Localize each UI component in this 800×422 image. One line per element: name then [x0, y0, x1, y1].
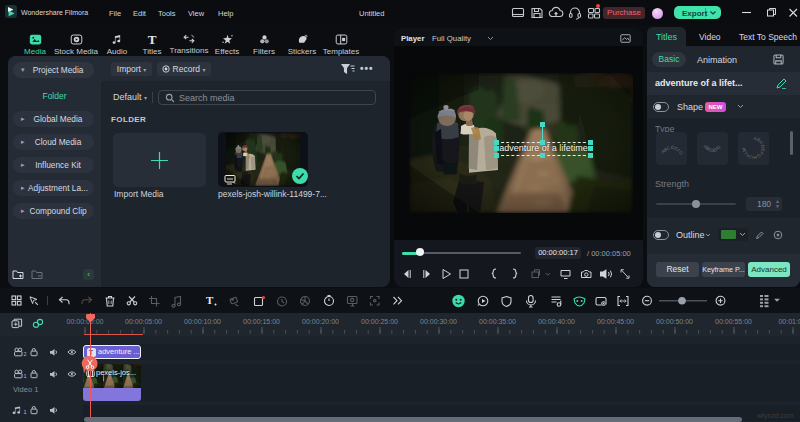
svg-text:ABCDEFGHIJKLM: ABCDEFGHIJKLM [741, 136, 765, 160]
svg-text:T: T [206, 294, 214, 306]
svg-text:2: 2 [24, 351, 27, 357]
svg-text:1: 1 [24, 409, 27, 415]
svg-text:ABCDEFG: ABCDEFG [660, 145, 684, 156]
svg-text:ABCDEFG: ABCDEFG [702, 144, 722, 154]
svg-text:1: 1 [24, 373, 27, 379]
svg-text:Video 1: Video 1 [13, 385, 38, 394]
